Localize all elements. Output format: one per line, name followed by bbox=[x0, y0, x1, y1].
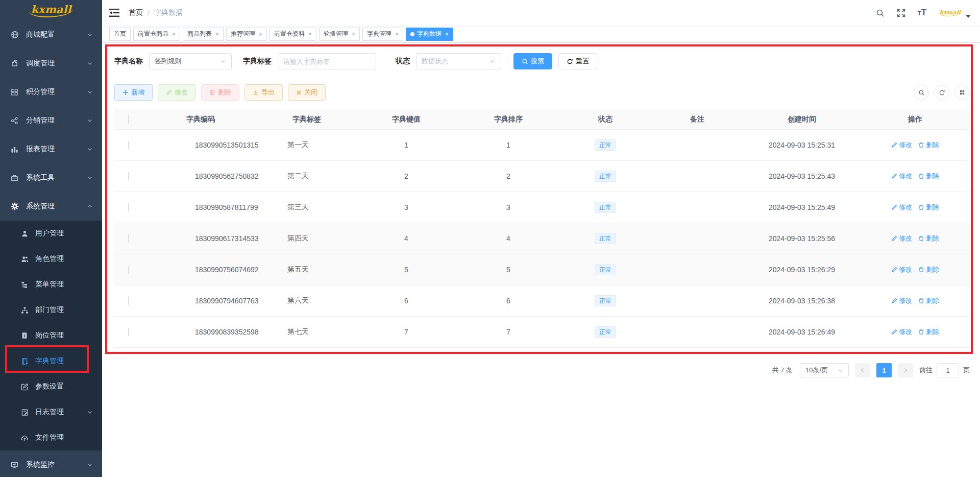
edit-button[interactable]: 修改 bbox=[158, 84, 196, 101]
chevron-down-icon bbox=[87, 409, 93, 415]
tab-home[interactable]: 首页 bbox=[109, 28, 131, 41]
tab-recommend[interactable]: 推荐管理 × bbox=[226, 28, 267, 41]
sidebar-item-menus[interactable]: 菜单管理 bbox=[0, 272, 102, 297]
user-avatar[interactable]: kxmall bbox=[940, 8, 973, 18]
sidebar-item-files[interactable]: 文件管理 bbox=[0, 425, 102, 450]
status-badge: 正常 bbox=[595, 264, 616, 275]
add-button[interactable]: 新增 bbox=[114, 84, 153, 101]
tab-dict-management[interactable]: 字典管理 × bbox=[362, 28, 403, 41]
cell-label: 第一天 bbox=[258, 140, 355, 150]
row-delete-link[interactable]: 删除 bbox=[918, 172, 939, 181]
show-search-toggle-button[interactable] bbox=[914, 85, 929, 100]
row-delete-link[interactable]: 删除 bbox=[918, 327, 939, 337]
sidebar-item-departments[interactable]: 部门管理 bbox=[0, 297, 102, 323]
add-button-label: 新增 bbox=[131, 88, 144, 97]
tab-goods-list[interactable]: 商品列表 × bbox=[183, 28, 224, 41]
reset-button[interactable]: 重置 bbox=[558, 53, 597, 69]
sidebar-item-mall-config[interactable]: 商城配置 bbox=[0, 20, 102, 49]
sidebar-item-system-monitor[interactable]: 系统监控 bbox=[0, 450, 102, 477]
sidebar-item-distribution[interactable]: 分销管理 bbox=[0, 106, 102, 135]
row-delete-label: 删除 bbox=[926, 140, 939, 150]
page-number-1[interactable]: 1 bbox=[876, 363, 892, 377]
tab-front-warehouse-info[interactable]: 前置仓资料 × bbox=[270, 28, 316, 41]
next-page-button[interactable] bbox=[898, 363, 913, 377]
dict-name-select[interactable]: 签到规则 bbox=[149, 53, 232, 69]
sidebar-item-dispatch[interactable]: 调度管理 bbox=[0, 49, 102, 78]
refresh-table-button[interactable] bbox=[934, 85, 949, 100]
prev-page-button[interactable] bbox=[855, 363, 870, 377]
breadcrumb-home[interactable]: 首页 bbox=[129, 8, 143, 17]
delete-button-label: 删除 bbox=[218, 88, 231, 97]
row-checkbox[interactable] bbox=[128, 203, 129, 211]
row-checkbox[interactable] bbox=[128, 172, 129, 180]
row-delete-link[interactable]: 删除 bbox=[918, 203, 939, 212]
select-all-checkbox[interactable] bbox=[128, 115, 129, 124]
status-select[interactable]: 数据状态 bbox=[416, 53, 501, 69]
sidebar-item-system-management[interactable]: 系统管理 bbox=[0, 192, 102, 221]
sidebar-item-reports[interactable]: 报表管理 bbox=[0, 135, 102, 163]
row-edit-link[interactable]: 修改 bbox=[891, 172, 912, 181]
tab-close-icon[interactable]: × bbox=[395, 31, 399, 37]
fullscreen-icon[interactable] bbox=[893, 0, 910, 26]
row-delete-link[interactable]: 删除 bbox=[918, 265, 939, 274]
row-edit-link[interactable]: 修改 bbox=[891, 327, 912, 337]
close-button[interactable]: 关闭 bbox=[288, 84, 326, 101]
sidebar-item-parameters[interactable]: 参数设置 bbox=[0, 374, 102, 399]
goto-page-input[interactable] bbox=[937, 364, 959, 377]
plus-icon bbox=[122, 89, 129, 96]
row-checkbox[interactable] bbox=[128, 328, 129, 336]
tab-close-icon[interactable]: × bbox=[352, 31, 355, 37]
page-size-select[interactable]: 10条/页 bbox=[800, 363, 849, 377]
cell-created: 2024-09-03 15:25:56 bbox=[743, 234, 861, 243]
search-button[interactable]: 搜索 bbox=[513, 53, 552, 69]
row-edit-link[interactable]: 修改 bbox=[891, 296, 912, 305]
row-delete-link[interactable]: 删除 bbox=[918, 234, 939, 243]
export-button[interactable]: 导出 bbox=[244, 84, 283, 101]
tab-carousel[interactable]: 轮播管理 × bbox=[319, 28, 360, 41]
header-search-icon[interactable] bbox=[872, 0, 889, 26]
status-badge: 正常 bbox=[595, 171, 616, 182]
row-checkbox[interactable] bbox=[128, 141, 129, 149]
tab-dict-data[interactable]: 字典数据 × bbox=[406, 28, 453, 41]
tab-front-warehouse-goods[interactable]: 前置仓商品 × bbox=[133, 28, 180, 41]
row-delete-link[interactable]: 删除 bbox=[918, 140, 939, 150]
row-checkbox[interactable] bbox=[128, 266, 129, 274]
tab-close-icon[interactable]: × bbox=[445, 31, 449, 37]
delete-button[interactable]: 删除 bbox=[201, 84, 239, 101]
row-checkbox[interactable] bbox=[128, 234, 129, 243]
logo[interactable]: kxmall bbox=[0, 0, 102, 20]
chevron-down-icon bbox=[87, 60, 93, 66]
sidebar-item-points[interactable]: 积分管理 bbox=[0, 78, 102, 106]
tab-close-icon[interactable]: × bbox=[215, 31, 219, 37]
tab-close-icon[interactable]: × bbox=[308, 31, 312, 37]
dict-label-input[interactable] bbox=[283, 58, 371, 65]
sidebar-item-dictionary[interactable]: 字典管理 bbox=[0, 348, 102, 374]
row-checkbox[interactable] bbox=[128, 297, 129, 305]
row-delete-label: 删除 bbox=[926, 296, 939, 305]
tab-close-icon[interactable]: × bbox=[172, 31, 176, 37]
navbar-right: TT kxmall bbox=[872, 0, 973, 26]
sidebar-fold-icon[interactable] bbox=[109, 8, 120, 18]
sidebar-item-system-tools[interactable]: 系统工具 bbox=[0, 163, 102, 192]
chevron-down-icon bbox=[87, 32, 93, 38]
tab-close-icon[interactable]: × bbox=[259, 31, 262, 37]
row-edit-link[interactable]: 修改 bbox=[891, 234, 912, 243]
sidebar-item-roles[interactable]: 角色管理 bbox=[0, 246, 102, 272]
trash-icon bbox=[209, 89, 215, 96]
column-settings-button[interactable] bbox=[954, 85, 970, 100]
avatar-logo: kxmall bbox=[940, 9, 961, 16]
font-size-icon[interactable]: TT bbox=[914, 0, 931, 26]
row-edit-link[interactable]: 修改 bbox=[891, 265, 912, 274]
chevron-down-icon bbox=[87, 175, 93, 181]
column-header-remark: 备注 bbox=[651, 115, 743, 124]
dict-label-input-wrap bbox=[278, 53, 376, 69]
sidebar-item-logs[interactable]: 日志管理 bbox=[0, 399, 102, 425]
row-edit-link[interactable]: 修改 bbox=[891, 203, 912, 212]
sidebar-item-users[interactable]: 用户管理 bbox=[0, 221, 102, 246]
sidebar-item-posts[interactable]: 岗位管理 bbox=[0, 323, 102, 348]
row-edit-link[interactable]: 修改 bbox=[891, 140, 912, 150]
breadcrumb: 首页 / 字典数据 bbox=[129, 8, 183, 17]
goto-label: 前往 bbox=[919, 366, 933, 375]
row-delete-link[interactable]: 删除 bbox=[918, 296, 939, 305]
log-document-icon bbox=[20, 408, 29, 416]
